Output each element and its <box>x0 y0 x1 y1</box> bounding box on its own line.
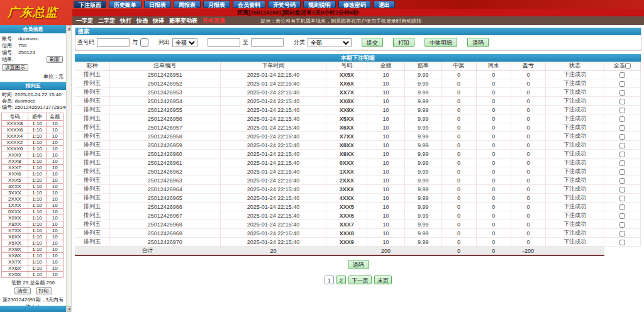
cell-lottery: 排列五 <box>75 106 109 114</box>
print-button[interactable]: 打印 <box>393 38 414 47</box>
bet-amount: 10 <box>47 177 64 184</box>
cell-odds: 9.99 <box>405 114 441 123</box>
nav-tab-5[interactable]: 会员资料 <box>233 1 265 8</box>
subnav-link-2[interactable]: 快打 <box>120 17 131 25</box>
col-header-4: 金额 <box>367 62 404 70</box>
sidebar-scrollbar[interactable]: ▲ ▼ <box>66 25 72 312</box>
amount-from-input[interactable] <box>208 38 240 47</box>
cell-time: 2025-01-24 22:15:40 <box>220 97 326 106</box>
cell-profit: 0 <box>511 79 545 88</box>
cell-number: X6XX <box>326 123 367 132</box>
cell-amount: 10 <box>367 123 404 132</box>
bet-detail-row: 排列五250124269642025-01-24 22:15:403XXX109… <box>75 185 641 194</box>
last-page-button[interactable]: 末页 <box>374 276 392 284</box>
cell-time: 2025-01-24 22:15:40 <box>220 211 326 220</box>
and-checkbox[interactable] <box>140 38 148 47</box>
bet-slip-table: 号码 赔率 金额 XXXX81:1010XXXX61:1010XXXX41:10… <box>1 113 64 278</box>
cell-order-id: 25012426962 <box>109 167 220 176</box>
search-panel: 搜索 查号码 与 列出 全额 至 分类 全部 提交 打印 <box>75 28 641 51</box>
nav-tab-3[interactable]: 周报表 <box>174 1 201 8</box>
row-select-checkbox[interactable] <box>619 90 625 96</box>
nav-tab-6[interactable]: 开奖号码 <box>268 1 301 8</box>
category-select[interactable]: 全部 <box>308 38 352 47</box>
cell-rebate: 0 <box>476 123 511 132</box>
cell-amount: 10 <box>367 220 404 229</box>
subnav-link-4[interactable]: 快译 <box>153 17 164 25</box>
bet-number: XXX7 <box>2 165 28 171</box>
bet-odds: 1:10 <box>28 203 47 209</box>
cell-select <box>604 97 640 106</box>
row-select-checkbox[interactable] <box>619 108 625 113</box>
amount-select[interactable]: 全额 <box>172 38 197 47</box>
row-select-checkbox[interactable] <box>619 169 625 175</box>
row-select-checkbox[interactable] <box>619 160 625 166</box>
nav-tab-2[interactable]: 日报表 <box>144 1 171 8</box>
cell-number: 0XXX <box>326 159 367 167</box>
subnav-highlight-link[interactable]: 开奖直播 <box>203 17 225 25</box>
cell-order-id: 25012426968 <box>109 220 220 229</box>
row-select-checkbox[interactable] <box>619 143 625 148</box>
return-code-button[interactable]: 退码 <box>467 38 489 47</box>
row-select-checkbox[interactable] <box>619 231 625 237</box>
cell-status: 下注成功 <box>546 106 604 114</box>
page-button-2[interactable]: 2 <box>336 276 346 284</box>
bet-amount: 10 <box>47 247 64 253</box>
row-select-checkbox[interactable] <box>619 222 625 228</box>
nav-tab-4[interactable]: 月报表 <box>203 1 230 8</box>
nav-tab-7[interactable]: 规则说明 <box>303 1 336 8</box>
row-select-checkbox[interactable] <box>619 72 625 78</box>
win-detail-button[interactable]: 中奖明细 <box>425 38 457 47</box>
amount-to-input[interactable] <box>251 38 284 47</box>
subnav-link-3[interactable]: 快选 <box>136 17 148 25</box>
next-page-button[interactable]: 下一页 <box>348 276 372 284</box>
row-select-checkbox[interactable] <box>619 152 625 157</box>
clear-button[interactable]: 清空 <box>14 287 31 294</box>
row-select-checkbox[interactable] <box>619 240 625 245</box>
cell-odds: 9.99 <box>405 106 441 114</box>
bet-amount: 10 <box>47 240 64 247</box>
game-member-row: 会员: duomacc <box>2 98 65 104</box>
row-select-checkbox[interactable] <box>619 187 625 192</box>
bet-odds: 1:10 <box>28 146 47 152</box>
subnav-link-1[interactable]: 二字定 <box>98 17 115 25</box>
subnav-link-0[interactable]: 一字定 <box>76 17 93 25</box>
nav-tab-1[interactable]: 历史账单 <box>109 1 142 8</box>
bet-slip-row: XXX81:1010 <box>2 159 64 165</box>
cell-odds: 9.99 <box>405 123 441 132</box>
cell-time: 2025-01-24 22:15:40 <box>220 88 326 97</box>
print-button-side[interactable]: 打印 <box>36 287 52 294</box>
page-button-1[interactable]: 1 <box>325 276 334 284</box>
subnav-link-5[interactable]: 赔率变动表 <box>169 17 197 25</box>
row-select-checkbox[interactable] <box>619 196 625 201</box>
bet-detail-row: 排列五250124269592025-01-24 22:15:40X8XX109… <box>75 141 641 150</box>
scroll-down-icon[interactable]: ▼ <box>67 306 71 312</box>
row-select-checkbox[interactable] <box>619 204 625 210</box>
cell-select <box>604 79 640 88</box>
settings-button[interactable]: 设置图示 <box>2 64 28 71</box>
row-select-checkbox[interactable] <box>619 125 625 131</box>
cell-order-id: 25012426959 <box>109 141 220 150</box>
row-select-checkbox[interactable] <box>619 213 625 219</box>
cell-status: 下注成功 <box>546 114 604 123</box>
cell-number: X7XX <box>326 132 367 141</box>
cell-lottery: 排列五 <box>75 159 109 167</box>
scroll-up-icon[interactable]: ▲ <box>67 25 71 31</box>
cell-rebate: 0 <box>476 194 511 203</box>
search-number-input[interactable] <box>97 38 130 47</box>
credit-label: 信用: <box>2 42 18 49</box>
nav-tab-0[interactable]: 下注版面 <box>74 1 106 8</box>
row-select-checkbox[interactable] <box>619 116 625 122</box>
row-select-checkbox[interactable] <box>619 178 625 184</box>
nav-tab-8[interactable]: 修改密码 <box>338 1 371 8</box>
row-select-checkbox[interactable] <box>619 81 625 87</box>
submit-button[interactable]: 提交 <box>362 38 383 47</box>
cell-select <box>604 194 640 203</box>
row-select-checkbox[interactable] <box>619 99 625 104</box>
row-select-checkbox[interactable] <box>619 134 625 140</box>
return-code-bottom-button[interactable]: 退码 <box>348 260 369 269</box>
bet-odds: 1:10 <box>28 196 47 203</box>
refresh-button[interactable]: 刷新 <box>47 56 63 63</box>
select-all-checkbox[interactable] <box>625 63 631 69</box>
cell-amount: 10 <box>367 79 404 88</box>
nav-tab-9[interactable]: 退出 <box>374 1 395 8</box>
